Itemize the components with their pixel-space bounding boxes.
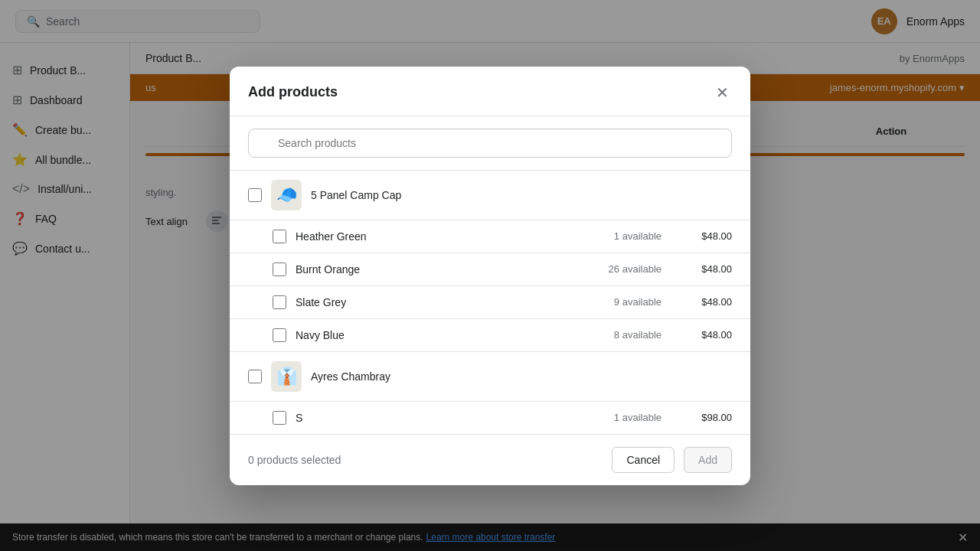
variant-name-slate-grey: Slate Grey xyxy=(296,296,560,308)
variant-price-heather-green: $48.00 xyxy=(671,230,732,242)
product-search-input[interactable] xyxy=(248,129,732,158)
variant-checkbox-burnt-orange[interactable] xyxy=(273,262,286,276)
variant-price-s: $98.00 xyxy=(671,412,732,423)
modal-title: Add products xyxy=(248,84,338,100)
variant-checkbox-navy-blue[interactable] xyxy=(273,328,286,342)
product-name-5-panel: 5 Panel Camp Cap xyxy=(311,189,401,201)
variant-price-slate-grey: $48.00 xyxy=(671,296,732,308)
modal-search-area: 🔍 xyxy=(230,116,750,171)
modal-header: Add products ✕ xyxy=(230,67,750,116)
variant-row-navy-blue: Navy Blue 8 available $48.00 xyxy=(230,319,750,352)
variant-availability-burnt-orange: 26 available xyxy=(570,263,662,275)
product-group-ayres-chambray: 👔 Ayres Chambray xyxy=(230,352,750,402)
variant-name-burnt-orange: Burnt Orange xyxy=(296,263,560,276)
variant-name-navy-blue: Navy Blue xyxy=(296,329,560,341)
variant-availability-heather-green: 1 available xyxy=(570,230,662,242)
variant-row-heather-green: Heather Green 1 available $48.00 xyxy=(230,220,750,253)
product-image-5-panel: 🧢 xyxy=(271,180,302,210)
variant-name-s: S xyxy=(296,412,560,424)
modal-close-button[interactable]: ✕ xyxy=(713,82,732,103)
variant-availability-navy-blue: 8 available xyxy=(570,329,662,341)
modal-body: 🧢 5 Panel Camp Cap Heather Green 1 avail… xyxy=(230,171,750,434)
variant-price-burnt-orange: $48.00 xyxy=(671,263,732,275)
cancel-button[interactable]: Cancel xyxy=(612,447,675,473)
product-checkbox-ayres-chambray[interactable] xyxy=(248,370,262,383)
variant-checkbox-s[interactable] xyxy=(273,411,286,425)
footer-buttons: Cancel Add xyxy=(612,447,732,473)
variant-checkbox-heather-green[interactable] xyxy=(273,230,286,243)
search-wrapper: 🔍 xyxy=(248,129,732,158)
product-name-ayres-chambray: Ayres Chambray xyxy=(311,370,390,383)
variant-row-burnt-orange: Burnt Orange 26 available $48.00 xyxy=(230,253,750,286)
product-group-5-panel: 🧢 5 Panel Camp Cap xyxy=(230,171,750,220)
variant-price-navy-blue: $48.00 xyxy=(671,329,732,341)
modal-footer: 0 products selected Cancel Add xyxy=(230,434,750,485)
variant-name-heather-green: Heather Green xyxy=(296,230,560,243)
product-image-ayres-chambray: 👔 xyxy=(271,361,302,392)
variant-row-slate-grey: Slate Grey 9 available $48.00 xyxy=(230,286,750,319)
add-products-modal: Add products ✕ 🔍 🧢 5 Panel Camp Cap Heat… xyxy=(230,67,750,485)
variant-availability-slate-grey: 9 available xyxy=(570,296,662,308)
selected-count: 0 products selected xyxy=(248,454,341,466)
modal-overlay: Add products ✕ 🔍 🧢 5 Panel Camp Cap Heat… xyxy=(0,0,980,551)
add-button[interactable]: Add xyxy=(684,447,732,473)
variant-checkbox-slate-grey[interactable] xyxy=(273,295,286,309)
variant-availability-s: 1 available xyxy=(570,412,662,423)
product-checkbox-5-panel[interactable] xyxy=(248,188,262,202)
variant-row-s: S 1 available $98.00 xyxy=(230,402,750,434)
